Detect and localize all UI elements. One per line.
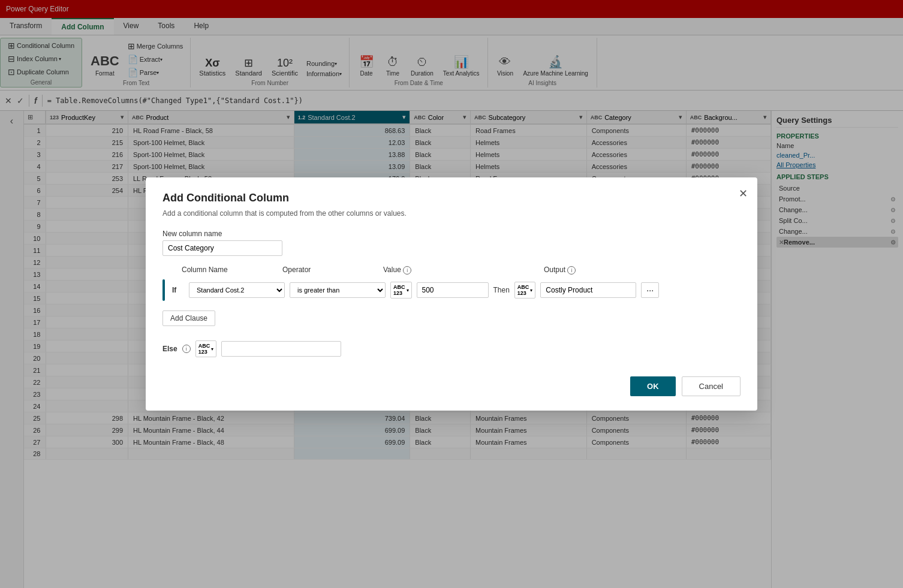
modal-subtitle: Add a conditional column that is compute… xyxy=(162,209,741,218)
col-header-operator: Operator xyxy=(282,266,378,275)
modal-close-button[interactable]: ✕ xyxy=(739,187,748,200)
clause-column-name-select[interactable]: Standard Cost.2 ProductKey Product Color… xyxy=(189,282,285,298)
col-header-output: Output i xyxy=(544,266,576,275)
clause-operator-select[interactable]: is greater than is less than equals does… xyxy=(290,282,386,298)
value-info-icon[interactable]: i xyxy=(403,266,411,275)
clause-row: If Standard Cost.2 ProductKey Product Co… xyxy=(162,279,741,301)
clause-value-input[interactable] xyxy=(417,282,489,298)
clause-if-label: If xyxy=(172,286,184,294)
clause-indicator xyxy=(162,279,165,301)
else-value-input[interactable] xyxy=(221,341,341,357)
new-column-name-label: New column name xyxy=(162,230,741,238)
else-section: Else i ABC123 ▾ xyxy=(162,340,741,357)
else-type-btn[interactable]: ABC123 ▾ xyxy=(195,340,217,357)
modal-title: Add Conditional Column xyxy=(162,192,741,204)
else-info-icon[interactable]: i xyxy=(182,345,191,353)
clause-then-label: Then xyxy=(493,286,510,294)
add-clause-button[interactable]: Add Clause xyxy=(162,310,215,326)
clause-output-input[interactable] xyxy=(540,282,636,298)
clause-dots-button[interactable]: ··· xyxy=(641,282,659,298)
ok-button[interactable]: OK xyxy=(630,376,676,396)
col-header-value: Value i xyxy=(383,266,479,275)
add-conditional-column-modal: ✕ Add Conditional Column Add a condition… xyxy=(146,177,757,411)
clause-value-type-btn[interactable]: ABC123 ▾ xyxy=(390,282,412,298)
else-label: Else xyxy=(162,345,177,353)
col-header-column-name: Column Name xyxy=(182,266,278,275)
output-info-icon[interactable]: i xyxy=(567,266,576,275)
modal-footer: OK Cancel xyxy=(162,376,741,396)
cancel-button[interactable]: Cancel xyxy=(682,376,741,396)
new-column-name-input[interactable] xyxy=(162,240,282,256)
clause-output-type-btn[interactable]: ABC123 ▾ xyxy=(514,282,536,298)
modal-overlay[interactable]: ✕ Add Conditional Column Add a condition… xyxy=(0,0,903,588)
